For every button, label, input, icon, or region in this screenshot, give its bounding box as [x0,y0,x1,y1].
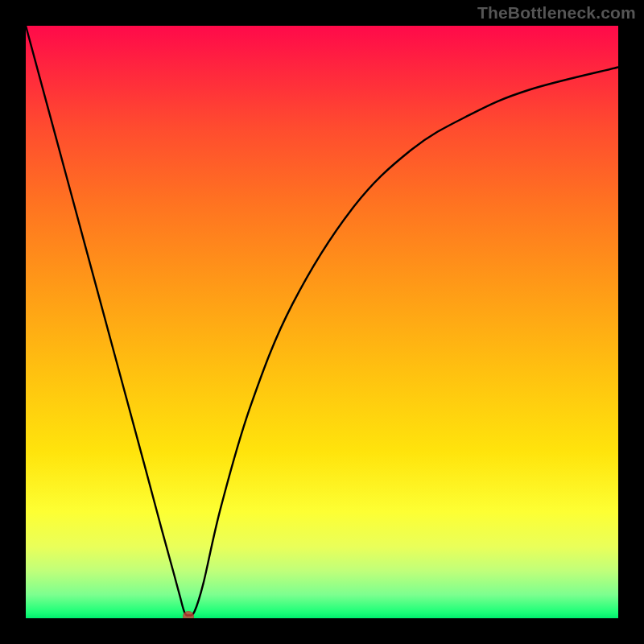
watermark-text: TheBottleneck.com [477,3,636,23]
bottleneck-curve [26,26,618,615]
optimal-point-marker [183,611,194,618]
chart-frame: TheBottleneck.com [0,0,644,644]
plot-area [26,26,618,618]
curve-layer [26,26,618,618]
